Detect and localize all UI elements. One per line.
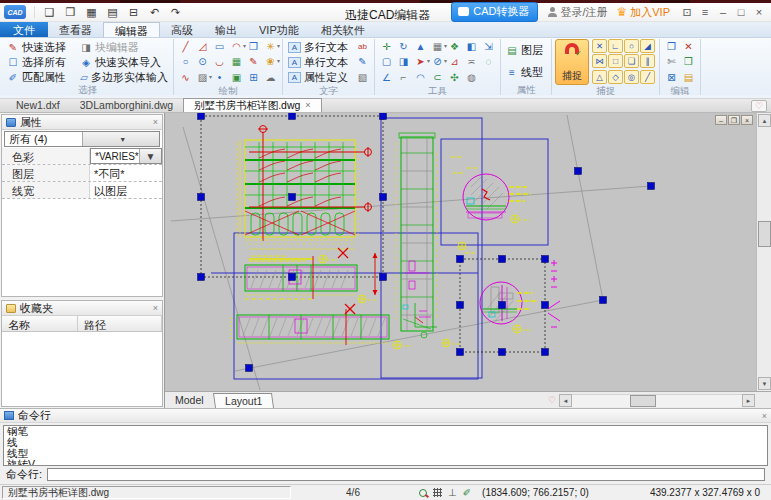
- ellipse-icon[interactable]: ⊙: [194, 54, 211, 69]
- snap-apparent-icon[interactable]: ⋈: [592, 54, 607, 68]
- model-tab[interactable]: Model: [165, 394, 214, 406]
- stretch-icon[interactable]: ➤: [412, 54, 429, 69]
- draft-pen-icon[interactable]: ✐: [463, 487, 471, 498]
- doc-tab-lamborghini[interactable]: 3DLamborghini.dwg: [70, 99, 183, 112]
- tab-editor[interactable]: 编辑器: [103, 22, 160, 37]
- offset-icon[interactable]: ◧: [463, 39, 480, 54]
- cad-drawing[interactable]: [165, 113, 755, 391]
- trim-icon[interactable]: ▢: [378, 54, 395, 69]
- region-icon[interactable]: ▣: [228, 70, 245, 85]
- pencil-icon[interactable]: ✎: [245, 54, 262, 69]
- layout1-tab[interactable]: Layout1: [213, 393, 274, 408]
- command-history[interactable]: 钢笔 线 线型 旋转V: [3, 425, 768, 466]
- attribute-def-button[interactable]: A属性定义: [286, 70, 352, 85]
- close-icon[interactable]: ×: [751, 6, 767, 18]
- copy-with-base-icon[interactable]: ⊠: [663, 70, 680, 85]
- polygon-input-button[interactable]: ▱多边形实体输入: [78, 70, 170, 85]
- mdi-restore-icon[interactable]: ❐: [728, 115, 740, 125]
- divide-icon[interactable]: ◌: [480, 54, 497, 69]
- group-icon[interactable]: ◍: [463, 70, 480, 85]
- snap-nearest-icon[interactable]: ◢: [640, 39, 655, 53]
- vertical-scroll-thumb[interactable]: [758, 221, 771, 247]
- column-path[interactable]: 路径: [78, 316, 162, 331]
- join-vip-button[interactable]: ♛ 加入VIP: [617, 5, 671, 20]
- cut-icon[interactable]: ✄: [663, 54, 680, 69]
- snap-midpoint-icon[interactable]: △: [592, 70, 607, 84]
- block-icon[interactable]: ❐: [245, 39, 262, 54]
- star-icon[interactable]: ✳: [262, 39, 279, 54]
- snap-node-icon[interactable]: ◎: [624, 70, 639, 84]
- extend-icon[interactable]: ◨: [395, 54, 412, 69]
- dropdown-arrow-icon[interactable]: ▼: [82, 132, 160, 146]
- point-icon[interactable]: •: [211, 70, 228, 85]
- arc-icon[interactable]: ◠: [228, 39, 245, 54]
- ortho-toggle-icon[interactable]: ⊥: [448, 487, 457, 498]
- text-convert-icon[interactable]: ab: [354, 40, 371, 53]
- tab-vip-features[interactable]: VIP功能: [248, 22, 310, 37]
- snap-tangent-icon[interactable]: ╱: [640, 70, 655, 84]
- print-icon[interactable]: ⊟: [123, 6, 144, 19]
- break-icon[interactable]: ⊘: [429, 54, 446, 69]
- tab-related-software[interactable]: 相关软件: [310, 22, 376, 37]
- line-icon[interactable]: ╱: [177, 39, 194, 54]
- command-input[interactable]: [47, 468, 765, 481]
- chamfer-icon[interactable]: ⌐: [395, 70, 412, 85]
- table-icon[interactable]: ⊞: [245, 70, 262, 85]
- explode-icon[interactable]: ✣: [446, 70, 463, 85]
- new-file-icon[interactable]: ❑: [39, 6, 60, 19]
- snap-intersection-icon[interactable]: ✕: [592, 39, 607, 53]
- snap-insertion-icon[interactable]: ❏: [624, 54, 639, 68]
- snap-parallel-icon[interactable]: ∥: [640, 54, 655, 68]
- block-editor-button[interactable]: ◨块编辑器: [78, 40, 170, 55]
- circle-icon[interactable]: ○: [177, 54, 194, 69]
- snap-perpendicular-icon[interactable]: ∟: [608, 39, 623, 53]
- snap-quadrant-icon[interactable]: ◇: [608, 70, 623, 84]
- minimize-icon[interactable]: –: [715, 6, 731, 18]
- scroll-down-icon[interactable]: ▼: [758, 377, 771, 390]
- paste-icon[interactable]: ❒: [680, 54, 697, 69]
- layer-button[interactable]: ▤图层: [504, 43, 548, 58]
- doc-tab-bookcase[interactable]: 别墅书房书柜详图.dwg ×: [183, 98, 321, 112]
- measure-icon[interactable]: ⊿: [446, 54, 463, 69]
- linetype-button[interactable]: ≡线型: [504, 65, 548, 80]
- snap-toggle-button[interactable]: 捕捉: [555, 39, 589, 85]
- drawing-canvas[interactable]: – ❐ × ▲ ▼ Model Layout1 ♡ ◄ ►: [165, 113, 771, 408]
- vertical-scrollbar[interactable]: ▲ ▼: [756, 113, 771, 391]
- copy-icon[interactable]: ❐: [663, 39, 680, 54]
- revcloud-icon[interactable]: ☁: [262, 70, 279, 85]
- tab-viewer[interactable]: 查看器: [48, 22, 103, 37]
- properties-filter-dropdown[interactable]: 所有 (4) ▼: [4, 131, 160, 147]
- cad-converter-button[interactable]: CAD转换器: [451, 2, 538, 22]
- mirror-icon[interactable]: ▲: [412, 39, 429, 54]
- scroll-up-icon[interactable]: ▲: [758, 114, 771, 127]
- horizontal-scroll-thumb[interactable]: [630, 395, 656, 407]
- menu-icon[interactable]: ≡: [697, 6, 713, 18]
- osnap-toggle-icon[interactable]: [419, 489, 427, 497]
- entity-import-button[interactable]: ◈快速实体导入: [78, 55, 170, 70]
- undo-icon[interactable]: ↶: [144, 6, 165, 19]
- tab-file[interactable]: 文件: [0, 22, 48, 37]
- join-icon[interactable]: ⊂: [429, 70, 446, 85]
- doc-tab-new1[interactable]: New1.dxf: [6, 99, 70, 112]
- scroll-right-icon[interactable]: ►: [742, 394, 755, 407]
- snap-center-icon[interactable]: ○: [624, 39, 639, 53]
- properties-close-icon[interactable]: ×: [153, 117, 158, 127]
- spline-icon[interactable]: ∿: [177, 70, 194, 85]
- favorites-close-icon[interactable]: ×: [153, 303, 158, 313]
- rotate-icon[interactable]: ↻: [395, 39, 412, 54]
- align-icon[interactable]: ⇲: [480, 39, 497, 54]
- select-all-button[interactable]: ☐选择所有: [5, 55, 78, 70]
- layer-value[interactable]: *不同*: [90, 165, 162, 181]
- redo-icon[interactable]: ↷: [165, 6, 186, 19]
- canvas-heart-icon[interactable]: ♡: [545, 395, 559, 405]
- login-button[interactable]: 登录/注册: [547, 5, 607, 20]
- rectangle-icon[interactable]: ▭: [211, 39, 228, 54]
- move-icon[interactable]: ✛: [378, 39, 395, 54]
- array-icon[interactable]: ▦: [429, 39, 446, 54]
- maximize-icon[interactable]: □: [733, 6, 749, 18]
- fillet-icon[interactable]: ∠: [378, 70, 395, 85]
- snap-endpoint-icon[interactable]: □: [608, 54, 623, 68]
- favorites-list[interactable]: [2, 332, 162, 406]
- grid-toggle-icon[interactable]: [433, 488, 442, 497]
- tab-close-icon[interactable]: ×: [305, 99, 310, 112]
